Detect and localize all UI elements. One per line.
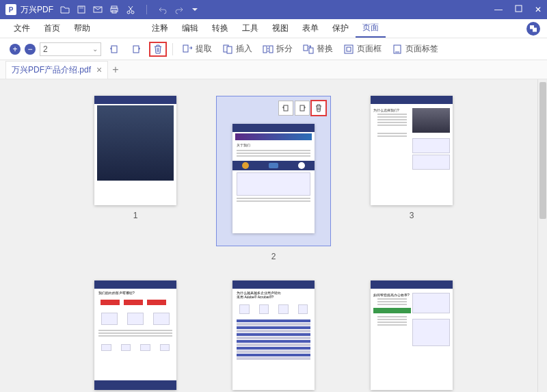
page-thumb-2-selected[interactable]: 关于我们: [216, 96, 331, 246]
page-number-select[interactable]: 2 ⌄: [40, 42, 101, 56]
mail-icon[interactable]: [93, 5, 103, 14]
svg-rect-19: [345, 45, 353, 53]
app-icon: P: [5, 4, 16, 15]
document-tabbar: 万兴PDF产品介绍.pdf × +: [0, 60, 547, 79]
zoom-in-button[interactable]: +: [10, 44, 21, 55]
document-tab[interactable]: 万兴PDF产品介绍.pdf ×: [5, 61, 108, 79]
menu-protect[interactable]: 保护: [325, 20, 356, 37]
pagelabel-button[interactable]: 页面标签: [388, 42, 441, 57]
svg-rect-1: [79, 6, 83, 9]
menubar: 文件 首页 帮助 注释 编辑 转换 工具 视图 表单 保护 页面: [0, 19, 547, 38]
menu-convert[interactable]: 转换: [205, 20, 235, 37]
thumb-rotate-left-button[interactable]: [278, 101, 293, 116]
thumb-label: 1: [133, 211, 138, 220]
menu-view[interactable]: 视图: [265, 20, 295, 37]
menu-home[interactable]: 首页: [37, 20, 67, 37]
pagebox-button[interactable]: 页面框: [340, 42, 384, 57]
split-label: 拆分: [276, 43, 293, 55]
menu-file[interactable]: 文件: [7, 20, 37, 37]
more-icon[interactable]: [191, 5, 199, 14]
titlebar: P 万兴PDF — ✕: [0, 0, 547, 19]
thumb-delete-button[interactable]: [311, 101, 326, 116]
svg-point-7: [131, 11, 134, 14]
rotate-left-button[interactable]: [105, 42, 123, 57]
svg-point-6: [127, 11, 130, 14]
extract-label: 提取: [196, 43, 212, 55]
svg-rect-8: [516, 5, 522, 12]
insert-label: 插入: [236, 43, 252, 55]
window-controls: — ✕: [494, 5, 542, 14]
svg-rect-9: [111, 46, 117, 53]
trash-icon: [152, 43, 164, 55]
svg-rect-14: [263, 46, 267, 53]
svg-rect-11: [183, 45, 188, 52]
replace-label: 替换: [317, 43, 333, 55]
minimize-button[interactable]: —: [494, 5, 503, 14]
cut-icon[interactable]: [126, 5, 135, 14]
thumb-float-toolbar: [278, 101, 326, 116]
page-number-value: 2: [43, 44, 48, 54]
page-thumbnail-workspace: pdfelement 1 关于我们: [0, 79, 547, 392]
menu-tool[interactable]: 工具: [235, 20, 265, 37]
menu-comment[interactable]: 注释: [145, 20, 175, 37]
menu-help[interactable]: 帮助: [67, 20, 97, 37]
menu-page[interactable]: 页面: [356, 19, 386, 38]
rotate-right-button[interactable]: [127, 42, 145, 57]
menu-form[interactable]: 表单: [295, 20, 325, 37]
thumb-label: 3: [410, 211, 414, 220]
print-icon[interactable]: [109, 5, 119, 14]
document-tab-label: 万兴PDF产品介绍.pdf: [12, 64, 91, 76]
pagebox-label: 页面框: [357, 43, 382, 55]
replace-button[interactable]: 替换: [299, 42, 336, 57]
svg-rect-24: [300, 105, 304, 111]
close-button[interactable]: ✕: [535, 5, 542, 14]
extract-button[interactable]: 提取: [178, 42, 215, 57]
pagelabel-label: 页面标签: [405, 43, 438, 55]
page-thumb-4[interactable]: 我们面向的客户有哪些?: [67, 280, 204, 390]
svg-rect-20: [347, 47, 351, 51]
delete-page-button[interactable]: [149, 42, 167, 57]
vertical-scrollbar[interactable]: [537, 79, 547, 392]
thumb-rotate-right-button[interactable]: [295, 101, 310, 116]
maximize-button[interactable]: [515, 5, 522, 14]
redo-icon[interactable]: [174, 5, 184, 14]
page-thumb-6[interactable]: 如何帮您提高办公效率?: [343, 280, 480, 390]
open-icon[interactable]: [60, 5, 70, 14]
svg-rect-23: [284, 105, 288, 111]
undo-icon[interactable]: [158, 5, 168, 14]
svg-rect-18: [309, 48, 313, 53]
close-tab-button[interactable]: ×: [96, 64, 102, 75]
chevron-down-icon: ⌄: [92, 45, 98, 53]
thumb-label: 2: [271, 252, 276, 261]
svg-rect-15: [269, 46, 273, 53]
save-icon[interactable]: [77, 5, 86, 14]
svg-rect-10: [133, 46, 139, 53]
menu-edit[interactable]: 编辑: [175, 20, 205, 37]
split-button[interactable]: 拆分: [259, 42, 295, 57]
titlebar-quick-actions: [60, 5, 199, 14]
page-thumb-5[interactable]: 为什么越来越多企业用户转向采用 Adobe® Acrobat®?: [205, 280, 342, 390]
add-tab-button[interactable]: +: [112, 64, 118, 76]
page-toolbar: + − 2 ⌄ 提取 插入 拆分 替换 页面框 页面标签: [0, 38, 547, 60]
page-thumb-3[interactable]: 为什么选择我们? 3: [343, 96, 480, 261]
page-thumb-1[interactable]: pdfelement 1: [67, 96, 204, 261]
insert-button[interactable]: 插入: [219, 42, 255, 57]
app-title: 万兴PDF: [21, 4, 53, 16]
zoom-out-button[interactable]: −: [25, 44, 36, 55]
svg-rect-13: [227, 47, 232, 53]
svg-rect-17: [304, 45, 308, 51]
brand-icon[interactable]: [526, 22, 540, 36]
